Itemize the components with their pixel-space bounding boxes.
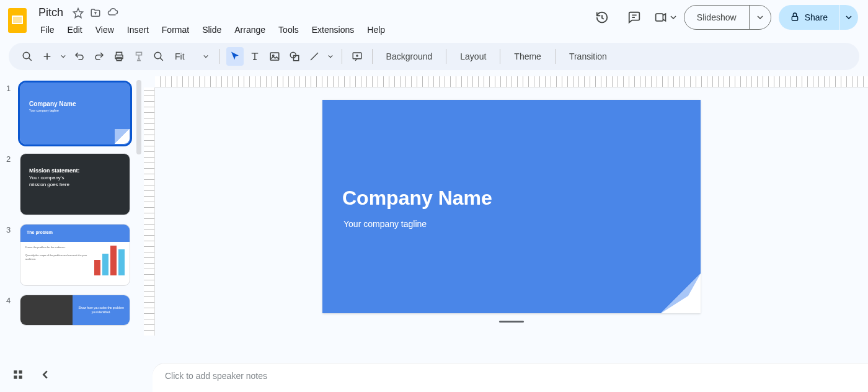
toolbar-separator	[342, 49, 342, 64]
svg-rect-2	[13, 17, 22, 23]
svg-marker-3	[74, 8, 83, 17]
svg-rect-18	[19, 376, 22, 379]
thumb-title: The problem	[20, 225, 130, 242]
menu-file[interactable]: File	[35, 22, 60, 38]
menu-arrange[interactable]: Arrange	[229, 22, 271, 38]
menu-extensions[interactable]: Extensions	[306, 22, 360, 38]
thumb-text: Frame the problem for the audience. Quan…	[25, 246, 91, 275]
zoom-button[interactable]	[150, 47, 167, 66]
horizontal-ruler[interactable]	[155, 76, 868, 87]
slideshow-dropdown[interactable]	[750, 6, 771, 29]
slideshow-button-group: Slideshow	[684, 5, 771, 30]
slideshow-button[interactable]: Slideshow	[684, 6, 750, 29]
svg-point-9	[154, 52, 161, 59]
share-button[interactable]: Share	[779, 5, 839, 30]
svg-rect-16	[19, 370, 22, 373]
share-label: Share	[805, 12, 828, 22]
slide-subtitle[interactable]: Your company tagline	[343, 219, 427, 229]
svg-rect-8	[117, 58, 122, 61]
svg-rect-10	[270, 53, 279, 60]
svg-point-11	[272, 55, 273, 56]
lock-icon	[790, 12, 800, 24]
present-camera-icon[interactable]	[654, 5, 668, 30]
svg-marker-20	[661, 274, 701, 313]
theme-button[interactable]: Theme	[507, 51, 549, 61]
zoom-value: Fit	[175, 51, 185, 61]
layout-button[interactable]: Layout	[453, 51, 494, 61]
grid-view-icon[interactable]	[12, 369, 24, 383]
toolbar: Fit Background Layout Theme Transition	[9, 43, 859, 70]
search-menus-icon[interactable]	[19, 47, 36, 66]
toolbar-separator	[500, 49, 500, 64]
filmstrip-toolbar	[0, 359, 144, 392]
present-dropdown-icon[interactable]	[670, 12, 676, 23]
move-folder-icon[interactable]	[89, 7, 102, 19]
print-button[interactable]	[110, 47, 128, 66]
svg-rect-7	[115, 55, 123, 59]
svg-rect-13	[293, 56, 298, 61]
thumb-chart	[94, 246, 125, 275]
menu-bar: File Edit View Insert Format Slide Arran…	[35, 22, 391, 38]
toolbar-separator	[555, 49, 556, 64]
slides-logo[interactable]	[5, 5, 30, 36]
new-slide-button[interactable]	[38, 47, 56, 66]
background-button[interactable]: Background	[379, 51, 440, 61]
filmstrip: 1 Company Name Your company tagline 2 Mi…	[0, 76, 144, 392]
menu-help[interactable]: Help	[361, 22, 391, 38]
canvas: Company Name Your company tagline	[144, 87, 868, 363]
svg-rect-4	[655, 14, 663, 21]
new-slide-dropdown[interactable]	[58, 47, 68, 66]
filmstrip-scrollbar[interactable]	[136, 80, 141, 154]
menu-view[interactable]: View	[90, 22, 120, 38]
thumb-subtitle: Your company tagline	[29, 109, 130, 112]
svg-rect-15	[14, 370, 17, 373]
cloud-status-icon[interactable]	[107, 7, 119, 19]
menu-slide[interactable]: Slide	[197, 22, 227, 38]
doc-title[interactable]: Pitch	[35, 5, 67, 20]
thumb-text: Show how you solve the problem you ident…	[78, 306, 125, 315]
transition-button[interactable]: Transition	[562, 51, 614, 61]
text-box-tool[interactable]	[246, 47, 264, 66]
undo-button[interactable]	[71, 47, 88, 66]
speaker-notes[interactable]: Click to add speaker notes	[153, 363, 868, 392]
version-history-icon[interactable]	[590, 5, 614, 30]
thumb-title: Mission statement:	[29, 167, 130, 174]
paint-format-button[interactable]	[130, 47, 148, 66]
zoom-select[interactable]: Fit	[170, 48, 213, 65]
slide-title[interactable]: Company Name	[342, 187, 492, 210]
thumbnail-3[interactable]: The problem Frame the problem for the au…	[20, 224, 130, 286]
canvas-scrollbar[interactable]	[499, 321, 524, 323]
menu-edit[interactable]: Edit	[62, 22, 88, 38]
line-dropdown[interactable]	[326, 47, 335, 66]
menu-insert[interactable]: Insert	[122, 22, 154, 38]
svg-rect-1	[12, 16, 23, 24]
slide-canvas[interactable]: Company Name Your company tagline	[322, 100, 701, 313]
toolbar-separator	[446, 49, 446, 64]
collapse-filmstrip-icon[interactable]	[41, 370, 50, 381]
line-tool[interactable]	[306, 47, 323, 66]
svg-rect-14	[353, 53, 361, 59]
thumb-number: 3	[6, 224, 15, 286]
select-tool[interactable]	[226, 47, 244, 66]
toolbar-separator	[372, 49, 373, 64]
vertical-ruler[interactable]	[144, 87, 155, 336]
thumb-image	[20, 295, 73, 325]
share-button-group: Share	[779, 5, 858, 30]
shape-tool[interactable]	[286, 47, 303, 66]
thumb-body: mission goes here	[29, 182, 130, 187]
comment-tool[interactable]	[348, 47, 366, 66]
image-tool[interactable]	[266, 47, 283, 66]
redo-button[interactable]	[91, 47, 108, 66]
canvas-area: Company Name Your company tagline Click …	[144, 76, 868, 392]
thumb-title: Company Name	[29, 100, 130, 107]
menu-tools[interactable]: Tools	[273, 22, 304, 38]
svg-point-12	[290, 52, 296, 58]
svg-point-6	[23, 52, 30, 59]
thumbnail-1[interactable]: Company Name Your company tagline	[20, 82, 130, 145]
comments-icon[interactable]	[622, 5, 647, 30]
share-dropdown[interactable]	[839, 5, 858, 30]
thumbnail-4[interactable]: Show how you solve the problem you ident…	[20, 295, 130, 326]
star-icon[interactable]	[72, 7, 84, 19]
menu-format[interactable]: Format	[156, 22, 195, 38]
thumbnail-2[interactable]: Mission statement: Your company's missio…	[20, 153, 130, 215]
